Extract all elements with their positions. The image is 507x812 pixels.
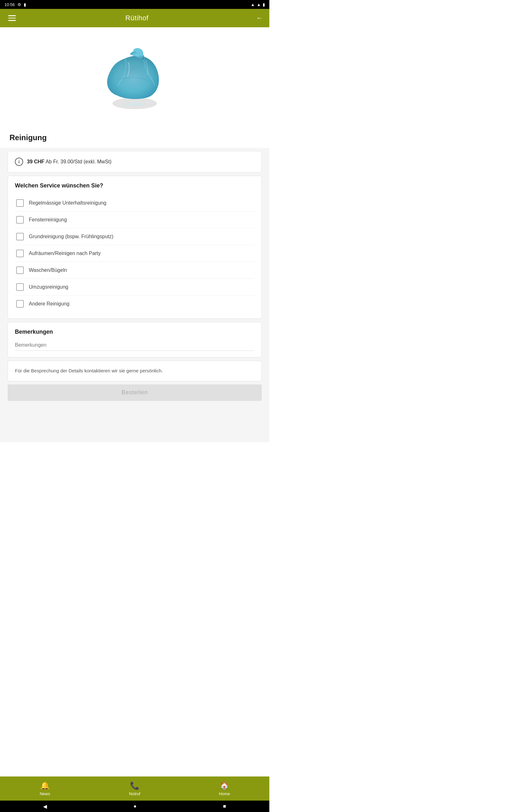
checkbox-item-5[interactable]: Umzugsreinigung	[15, 279, 255, 296]
checkbox-item-6[interactable]: Andere Reinigung	[15, 296, 255, 312]
signal-icon: ▲	[257, 2, 261, 7]
checkbox-label-6: Andere Reinigung	[29, 301, 69, 307]
status-bar-left: 10:56 ⚙ ▮	[4, 2, 26, 7]
remarks-card: Bemerkungen	[8, 322, 262, 357]
checkbox-2[interactable]	[16, 233, 24, 241]
status-bar: 10:56 ⚙ ▮ ▲ ▲ ▮	[0, 0, 269, 9]
checkbox-label-3: Aufräumen/Reinigen nach Party	[29, 251, 101, 256]
checkbox-3[interactable]	[16, 250, 24, 257]
top-nav-bar: Rütihof ←	[0, 9, 269, 27]
page-title-bar: Rütihof	[125, 14, 148, 22]
checkbox-6[interactable]	[16, 300, 24, 308]
price-row: i 39 CHF Ab Fr. 39.00/Std (exkl. MwSt)	[15, 158, 255, 166]
time-display: 10:56	[4, 2, 15, 7]
svg-point-1	[114, 98, 155, 106]
checkbox-0[interactable]	[16, 199, 24, 207]
section-title: Reinigung	[0, 125, 269, 148]
product-image	[94, 40, 176, 116]
checkbox-1[interactable]	[16, 216, 24, 223]
checkbox-label-2: Grundreinigung (bspw. Frühlingsputz)	[29, 234, 113, 240]
checkbox-label-0: Regelmässige Unterhaltsreinigung	[29, 200, 107, 206]
checkbox-label-4: Waschen/Bügeln	[29, 267, 67, 273]
checkbox-item-3[interactable]: Aufräumen/Reinigen nach Party	[15, 245, 255, 262]
price-detail: Ab Fr. 39.00/Std (exkl. MwSt)	[46, 159, 112, 164]
status-bar-right: ▲ ▲ ▮	[250, 2, 265, 7]
checkbox-label-5: Umzugsreinigung	[29, 284, 68, 290]
order-button[interactable]: Bestellen	[8, 385, 262, 401]
checkbox-item-1[interactable]: Fensterreinigung	[15, 212, 255, 229]
back-button[interactable]: ←	[256, 14, 263, 22]
remarks-input[interactable]	[15, 340, 255, 351]
checkbox-5[interactable]	[16, 283, 24, 291]
hamburger-menu-button[interactable]	[6, 13, 18, 23]
product-image-area	[0, 27, 269, 125]
checkbox-list: Regelmässige Unterhaltsreinigung Fenster…	[15, 195, 255, 312]
service-question: Welchen Service wünschen Sie?	[15, 183, 255, 189]
cloth-svg	[98, 45, 171, 111]
price-text: 39 CHF Ab Fr. 39.00/Std (exkl. MwSt)	[27, 159, 112, 165]
checkbox-item-0[interactable]: Regelmässige Unterhaltsreinigung	[15, 195, 255, 212]
checkbox-label-1: Fensterreinigung	[29, 217, 67, 223]
info-text-card: Für die Besprechung der Details kontakti…	[8, 361, 262, 381]
main-content: Reinigung i 39 CHF Ab Fr. 39.00/Std (exk…	[0, 27, 269, 442]
battery-icon: ▮	[263, 2, 265, 7]
remarks-title: Bemerkungen	[15, 328, 255, 335]
info-icon: i	[15, 158, 23, 166]
checkbox-item-2[interactable]: Grundreinigung (bspw. Frühlingsputz)	[15, 229, 255, 245]
service-card: Welchen Service wünschen Sie? Regelmässi…	[8, 176, 262, 319]
battery-status-icon: ▮	[24, 2, 26, 7]
price-strong: 39 CHF	[27, 159, 44, 164]
settings-icon: ⚙	[17, 2, 21, 7]
price-card: i 39 CHF Ab Fr. 39.00/Std (exkl. MwSt)	[8, 151, 262, 172]
checkbox-4[interactable]	[16, 266, 24, 274]
checkbox-item-4[interactable]: Waschen/Bügeln	[15, 262, 255, 279]
wifi-icon: ▲	[250, 2, 255, 7]
